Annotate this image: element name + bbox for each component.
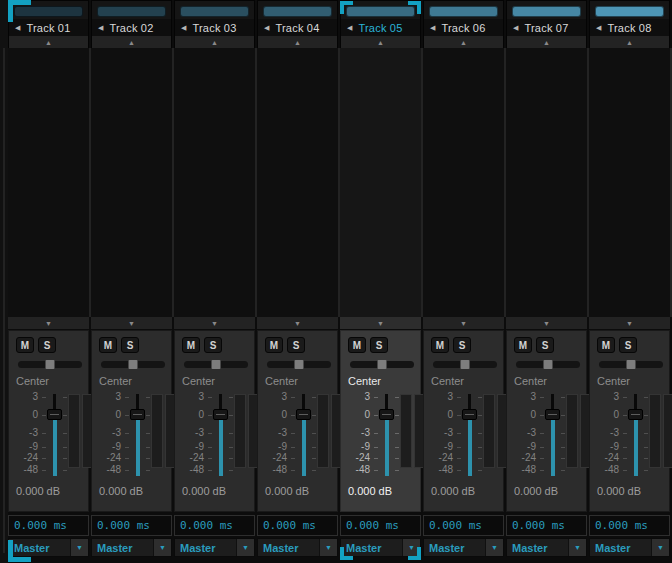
track-expand-button[interactable]: ▲ bbox=[424, 36, 503, 48]
track-media-area[interactable] bbox=[423, 48, 506, 317]
track-media-area[interactable] bbox=[340, 48, 423, 317]
track-expand-button[interactable]: ▲ bbox=[92, 36, 171, 48]
delay-input[interactable]: 0.000 ms bbox=[91, 515, 172, 536]
mute-button[interactable]: M bbox=[265, 337, 283, 353]
track-media-area[interactable] bbox=[91, 48, 174, 317]
track-expand-button[interactable]: ▲ bbox=[258, 36, 337, 48]
mixer-collapse-button[interactable]: ▼ bbox=[506, 317, 587, 329]
fader-handle[interactable] bbox=[462, 409, 477, 420]
fader-handle[interactable] bbox=[296, 409, 311, 420]
fader-handle[interactable] bbox=[130, 409, 145, 420]
fader-track-lower[interactable] bbox=[302, 420, 306, 476]
track-name[interactable]: Track 05 bbox=[341, 22, 420, 34]
delay-input[interactable]: 0.000 ms bbox=[8, 515, 89, 536]
pan-slider-handle[interactable] bbox=[129, 360, 138, 369]
track-expand-button[interactable]: ▲ bbox=[341, 36, 420, 48]
mixer-collapse-button[interactable]: ▼ bbox=[174, 317, 255, 329]
output-dropdown-button[interactable]: ▼ bbox=[153, 539, 171, 556]
track-color-bar[interactable] bbox=[180, 6, 249, 17]
pan-slider-handle[interactable] bbox=[544, 360, 553, 369]
output-label[interactable]: Master bbox=[507, 539, 568, 556]
output-selector[interactable]: Master ▼ bbox=[174, 538, 255, 557]
mixer-collapse-button[interactable]: ▼ bbox=[91, 317, 172, 329]
pan-slider[interactable] bbox=[516, 361, 580, 368]
output-dropdown-button[interactable]: ▼ bbox=[70, 539, 88, 556]
mute-button[interactable]: M bbox=[597, 337, 615, 353]
output-selector[interactable]: Master ▼ bbox=[423, 538, 504, 557]
track-expand-button[interactable]: ▲ bbox=[507, 36, 586, 48]
track-color-bar[interactable] bbox=[263, 6, 332, 17]
track-name[interactable]: Track 07 bbox=[507, 22, 586, 34]
fader-track-lower[interactable] bbox=[136, 420, 140, 476]
solo-button[interactable]: S bbox=[204, 337, 222, 353]
track-expand-button[interactable]: ▲ bbox=[590, 36, 669, 48]
pan-slider-handle[interactable] bbox=[378, 360, 387, 369]
track-color-bar[interactable] bbox=[595, 6, 664, 17]
track-media-area[interactable] bbox=[506, 48, 589, 317]
pan-slider[interactable] bbox=[350, 361, 414, 368]
pan-slider-handle[interactable] bbox=[46, 360, 55, 369]
track-name[interactable]: Track 03 bbox=[175, 22, 254, 34]
pan-slider[interactable] bbox=[599, 361, 663, 368]
output-label[interactable]: Master bbox=[258, 539, 319, 556]
fader-handle[interactable] bbox=[47, 409, 62, 420]
solo-button[interactable]: S bbox=[121, 337, 139, 353]
track-name[interactable]: Track 02 bbox=[92, 22, 171, 34]
track-expand-button[interactable]: ▲ bbox=[175, 36, 254, 48]
track-fold-icon[interactable]: ◀ bbox=[347, 24, 352, 31]
output-dropdown-button[interactable]: ▼ bbox=[236, 539, 254, 556]
output-label[interactable]: Master bbox=[424, 539, 485, 556]
delay-input[interactable]: 0.000 ms bbox=[174, 515, 255, 536]
pan-slider[interactable] bbox=[433, 361, 497, 368]
mute-button[interactable]: M bbox=[348, 337, 366, 353]
output-label[interactable]: Master bbox=[590, 539, 651, 556]
output-label[interactable]: Master bbox=[92, 539, 153, 556]
track-name[interactable]: Track 08 bbox=[590, 22, 669, 34]
pan-slider[interactable] bbox=[267, 361, 331, 368]
track-color-bar[interactable] bbox=[346, 6, 415, 17]
track-name[interactable]: Track 06 bbox=[424, 22, 503, 34]
mixer-collapse-button[interactable]: ▼ bbox=[8, 317, 89, 329]
pan-slider-handle[interactable] bbox=[461, 360, 470, 369]
fader-track-lower[interactable] bbox=[219, 420, 223, 476]
pan-slider-handle[interactable] bbox=[295, 360, 304, 369]
fader-handle[interactable] bbox=[545, 409, 560, 420]
track-media-area[interactable] bbox=[8, 48, 91, 317]
output-selector[interactable]: Master ▼ bbox=[589, 538, 670, 557]
fader-track-lower[interactable] bbox=[468, 420, 472, 476]
mixer-collapse-button[interactable]: ▼ bbox=[340, 317, 421, 329]
fader-handle[interactable] bbox=[213, 409, 228, 420]
pan-slider-handle[interactable] bbox=[627, 360, 636, 369]
output-selector[interactable]: Master ▼ bbox=[257, 538, 338, 557]
output-label[interactable]: Master bbox=[175, 539, 236, 556]
output-dropdown-button[interactable]: ▼ bbox=[319, 539, 337, 556]
fader-track-lower[interactable] bbox=[53, 420, 57, 476]
fader-track-lower[interactable] bbox=[634, 420, 638, 476]
mixer-collapse-button[interactable]: ▼ bbox=[423, 317, 504, 329]
track-media-area[interactable] bbox=[174, 48, 257, 317]
track-color-bar[interactable] bbox=[512, 6, 581, 17]
output-dropdown-button[interactable]: ▼ bbox=[485, 539, 503, 556]
track-media-area[interactable] bbox=[257, 48, 340, 317]
delay-input[interactable]: 0.000 ms bbox=[340, 515, 421, 536]
mute-button[interactable]: M bbox=[182, 337, 200, 353]
fader-track-lower[interactable] bbox=[385, 420, 389, 476]
delay-input[interactable]: 0.000 ms bbox=[589, 515, 670, 536]
track-name[interactable]: Track 04 bbox=[258, 22, 337, 34]
pan-slider-handle[interactable] bbox=[212, 360, 221, 369]
track-fold-icon[interactable]: ◀ bbox=[264, 24, 269, 31]
solo-button[interactable]: S bbox=[38, 337, 56, 353]
solo-button[interactable]: S bbox=[619, 337, 637, 353]
output-dropdown-button[interactable]: ▼ bbox=[651, 539, 669, 556]
mute-button[interactable]: M bbox=[99, 337, 117, 353]
delay-input[interactable]: 0.000 ms bbox=[257, 515, 338, 536]
track-media-area[interactable] bbox=[589, 48, 672, 317]
fader-handle[interactable] bbox=[628, 409, 643, 420]
track-fold-icon[interactable]: ◀ bbox=[98, 24, 103, 31]
track-fold-icon[interactable]: ◀ bbox=[181, 24, 186, 31]
solo-button[interactable]: S bbox=[287, 337, 305, 353]
track-expand-button[interactable]: ▲ bbox=[9, 36, 88, 48]
mute-button[interactable]: M bbox=[431, 337, 449, 353]
solo-button[interactable]: S bbox=[370, 337, 388, 353]
track-color-bar[interactable] bbox=[429, 6, 498, 17]
